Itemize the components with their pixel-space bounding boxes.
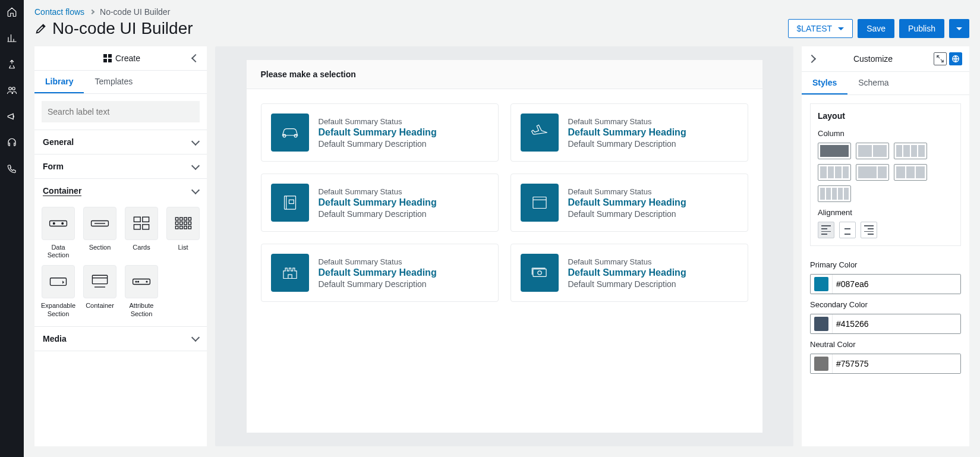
neutral-swatch[interactable]: [814, 357, 828, 371]
svg-rect-11: [175, 218, 178, 220]
secondary-swatch[interactable]: [814, 317, 828, 331]
card-heading: Default Summary Heading: [319, 127, 437, 138]
neutral-color-input[interactable]: [832, 354, 960, 373]
col-3[interactable]: [894, 164, 927, 181]
neutral-color-field[interactable]: [810, 354, 961, 374]
phone-icon[interactable]: [5, 162, 19, 176]
col-5[interactable]: [818, 185, 851, 202]
svg-point-28: [136, 281, 137, 282]
component-section[interactable]: Section: [82, 207, 118, 259]
svg-point-30: [146, 281, 147, 282]
summary-card[interactable]: Default Summary Status Default Summary H…: [511, 244, 748, 302]
primary-swatch[interactable]: [814, 277, 828, 291]
create-panel-title: Create: [115, 53, 140, 63]
layout-section-title: Layout: [818, 111, 953, 121]
column-label: Column: [818, 129, 953, 138]
primary-color-input[interactable]: [832, 275, 960, 294]
create-panel: Create Library Templates General: [34, 46, 207, 446]
tab-styles[interactable]: Styles: [802, 72, 847, 94]
svg-rect-13: [175, 226, 178, 229]
accordion-container[interactable]: Container: [34, 179, 207, 203]
home-icon[interactable]: [5, 5, 19, 19]
col-2[interactable]: [856, 143, 889, 159]
secondary-color-input[interactable]: [832, 314, 960, 333]
accordion-form[interactable]: Form: [34, 155, 207, 178]
tab-schema[interactable]: Schema: [847, 72, 899, 94]
customize-panel: Customize Styles Schema Layout Column: [802, 46, 969, 446]
more-actions-button[interactable]: [949, 19, 969, 38]
svg-rect-34: [532, 197, 546, 209]
breadcrumb-parent[interactable]: Contact flows: [34, 7, 84, 17]
svg-rect-19: [184, 226, 187, 229]
col-2-1[interactable]: [856, 164, 889, 181]
tab-templates[interactable]: Templates: [84, 71, 143, 93]
primary-color-label: Primary Color: [810, 260, 961, 269]
users-icon[interactable]: [5, 83, 19, 97]
svg-point-0: [9, 87, 12, 90]
secondary-color-label: Secondary Color: [810, 300, 961, 309]
card-heading: Default Summary Heading: [568, 127, 686, 138]
component-data-section[interactable]: Data Section: [40, 207, 76, 259]
component-container[interactable]: Container: [82, 265, 118, 317]
svg-rect-2: [50, 221, 67, 226]
svg-rect-33: [289, 200, 294, 203]
expand-icon[interactable]: [934, 52, 947, 65]
summary-card[interactable]: Default Summary Status Default Summary H…: [261, 103, 499, 162]
align-left[interactable]: [818, 222, 834, 238]
col-1[interactable]: [818, 143, 851, 159]
tab-library[interactable]: Library: [34, 71, 84, 93]
col-3-1[interactable]: [818, 164, 851, 181]
breadcrumb: Contact flows No-code UI Builder: [34, 7, 969, 17]
globe-icon[interactable]: [949, 52, 962, 65]
card-desc: Default Summary Description: [568, 209, 686, 219]
car-icon: [271, 114, 309, 152]
card-desc: Default Summary Description: [568, 279, 686, 289]
svg-rect-16: [180, 226, 183, 229]
summary-card[interactable]: Default Summary Status Default Summary H…: [511, 103, 748, 162]
caret-down-icon: [956, 27, 962, 30]
collapse-left-icon[interactable]: [191, 54, 200, 62]
svg-rect-12: [175, 222, 178, 225]
component-cards[interactable]: Cards: [124, 207, 159, 259]
breadcrumb-current: No-code UI Builder: [100, 7, 170, 17]
chevron-right-icon: [90, 10, 94, 14]
svg-rect-23: [51, 278, 67, 286]
svg-rect-8: [143, 217, 149, 222]
publish-button[interactable]: Publish: [899, 19, 944, 38]
card-desc: Default Summary Description: [319, 279, 437, 289]
canvas-title: Please make a selection: [247, 60, 762, 89]
summary-card[interactable]: Default Summary Status Default Summary H…: [261, 174, 499, 232]
grid-icon: [103, 54, 112, 62]
align-right[interactable]: [861, 222, 877, 238]
global-nav-sidebar: [0, 0, 24, 457]
col-1-3[interactable]: [894, 143, 927, 159]
component-list[interactable]: List: [165, 207, 201, 259]
card-heading: Default Summary Heading: [568, 197, 686, 208]
svg-rect-20: [188, 218, 191, 220]
card-desc: Default Summary Description: [568, 139, 686, 149]
book-icon: [271, 184, 309, 222]
secondary-color-field[interactable]: [810, 314, 961, 334]
primary-color-field[interactable]: [810, 274, 961, 294]
search-input[interactable]: [42, 101, 200, 122]
version-dropdown[interactable]: $LATEST: [788, 19, 853, 38]
card-status: Default Summary Status: [319, 257, 437, 266]
accordion-general[interactable]: General: [34, 130, 207, 154]
svg-rect-18: [184, 222, 187, 225]
canvas-area: Please make a selection Default Summary …: [215, 46, 793, 446]
summary-card[interactable]: Default Summary Status Default Summary H…: [261, 244, 499, 302]
summary-card[interactable]: Default Summary Status Default Summary H…: [511, 174, 748, 232]
save-button[interactable]: Save: [858, 19, 894, 38]
component-attribute-section[interactable]: Attribute Section: [124, 265, 159, 317]
announce-icon[interactable]: [5, 109, 19, 124]
routing-icon[interactable]: [5, 57, 19, 71]
headset-icon[interactable]: [5, 135, 19, 150]
align-center[interactable]: [839, 222, 856, 238]
edit-icon[interactable]: [34, 22, 48, 35]
window-icon: [521, 184, 559, 222]
customize-title: Customize: [815, 54, 931, 64]
analytics-icon[interactable]: [5, 31, 19, 45]
accordion-media[interactable]: Media: [34, 327, 207, 351]
card-status: Default Summary Status: [319, 117, 437, 126]
component-expandable-section[interactable]: Expandable Section: [40, 265, 76, 317]
